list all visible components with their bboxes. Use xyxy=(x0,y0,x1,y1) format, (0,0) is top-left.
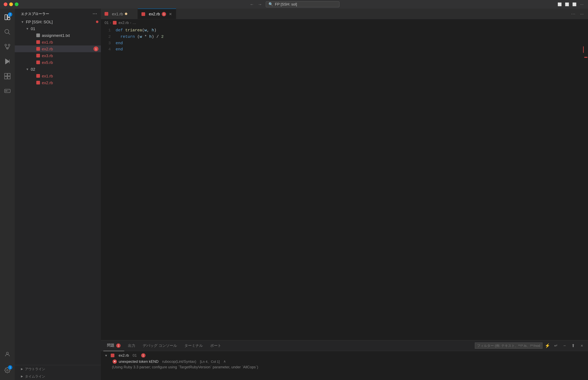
ports-label: ポート xyxy=(210,343,221,348)
rb-file-icon-01-ex5 xyxy=(36,60,41,65)
file-01-ex3[interactable]: ex3.rb xyxy=(15,52,101,59)
panel-expand-button[interactable]: ⬆ xyxy=(569,342,577,349)
breadcrumb-root: 01 xyxy=(104,20,109,25)
panel-actions: ⚡ ↵ − ⬆ × xyxy=(475,342,586,349)
activity-remote-explorer[interactable] xyxy=(0,84,15,98)
folder-02-label: 02 xyxy=(31,67,35,71)
txt-file-icon xyxy=(36,33,41,38)
minimize-button[interactable] xyxy=(9,2,13,6)
more-actions-button[interactable]: ··· xyxy=(578,10,586,18)
panel-tab-ports[interactable]: ポート xyxy=(206,340,225,351)
file-01-ex2[interactable]: ex2.rb 1 xyxy=(15,45,101,52)
collapse-icon[interactable]: − xyxy=(561,342,568,349)
activity-explorer[interactable]: 2 xyxy=(0,10,15,25)
code-line-3: end xyxy=(113,40,584,47)
file-02-ex2-label: ex2.rb xyxy=(42,80,98,85)
activity-extensions[interactable] xyxy=(0,69,15,84)
outline-section[interactable]: ▶ アウトライン xyxy=(15,365,101,373)
scrollbar-gutter[interactable] xyxy=(584,26,588,340)
activity-bottom: 1 xyxy=(0,347,15,380)
file-02-ex1[interactable]: ex1.rb xyxy=(15,73,101,79)
file-01-ex1-label: ex1.rb xyxy=(42,40,98,44)
sidebar-more-button[interactable]: ··· xyxy=(93,11,97,17)
folder-02-arrow: ▼ xyxy=(26,67,31,71)
code-line-4: end xyxy=(113,47,584,53)
tab-ex2[interactable]: ex2.rb 1 × xyxy=(138,9,176,19)
layout-icon-3[interactable]: ⬜ xyxy=(572,2,577,7)
error-scroll-mark xyxy=(584,57,588,58)
activity-search[interactable] xyxy=(0,25,15,39)
title-bar: ← → 🔍 FP [SSH: sol] ⬜ ⬜ ⬜ ⋯ xyxy=(0,0,588,9)
panel-error-row[interactable]: ✕ unexpected token kEND rubocop(Lint/Syn… xyxy=(104,359,584,365)
activity-settings[interactable]: 1 xyxy=(0,363,15,378)
nav-forward-button[interactable]: → xyxy=(257,1,263,7)
code-line-1: def triarea(w, h) xyxy=(113,27,584,34)
editor-area: ex1.rb ex2.rb 1 × ⋯ ··· 01 › ex2.rb › … xyxy=(101,9,588,380)
sidebar-header: エクスプローラー ··· xyxy=(15,9,101,18)
root-folder[interactable]: ▼ FP [SSH: SOL] xyxy=(15,19,101,25)
svg-point-17 xyxy=(6,352,8,354)
debug-label: デバッグ コンソール xyxy=(143,343,177,348)
tab-ex2-label: ex2.rb xyxy=(149,12,160,16)
file-01-ex2-label: ex2.rb xyxy=(42,47,94,51)
error-expand-button[interactable]: ∧ xyxy=(223,360,226,363)
timeline-label: タイムライン xyxy=(25,374,45,379)
panel-source-row[interactable]: ▼ ex2.rb 01 1 xyxy=(104,352,584,359)
panel-close-button[interactable]: × xyxy=(578,342,586,349)
error-icon: ✕ xyxy=(113,360,117,364)
svg-rect-13 xyxy=(8,76,10,79)
activity-account[interactable] xyxy=(0,347,15,361)
code-area[interactable]: def triarea(w, h) return (w * h) / 2 end… xyxy=(113,26,584,340)
breadcrumb-file: ex2.rb xyxy=(119,20,129,25)
folder-01[interactable]: ▼ 01 xyxy=(15,25,101,32)
svg-rect-2 xyxy=(8,18,10,20)
activity-source-control[interactable] xyxy=(0,39,15,54)
panel-tab-debug[interactable]: デバッグ コンソール xyxy=(139,340,181,351)
nav-arrows: ← → xyxy=(248,1,263,7)
split-editor-button[interactable]: ⋯ xyxy=(569,10,577,18)
panel-source-folder: 01 xyxy=(133,353,137,358)
file-01-ex5-label: ex5.rb xyxy=(42,60,98,65)
breadcrumb-sep-2: › xyxy=(130,20,131,25)
maximize-button[interactable] xyxy=(15,2,19,6)
svg-rect-11 xyxy=(8,74,10,76)
search-bar[interactable]: 🔍 FP [SSH: sol] xyxy=(266,1,340,7)
file-assignment1[interactable]: assignment1.txt xyxy=(15,32,101,39)
panel-tab-output[interactable]: 出力 xyxy=(124,340,139,351)
root-arrow: ▼ xyxy=(21,20,26,23)
file-02-ex2[interactable]: ex2.rb xyxy=(15,79,101,86)
activity-run[interactable] xyxy=(0,54,15,69)
panel-tab-problems[interactable]: 問題 1 xyxy=(103,340,124,351)
tab-ex2-close[interactable]: × xyxy=(168,12,173,17)
filter-input[interactable] xyxy=(475,342,543,349)
layout-icon-2[interactable]: ⬜ xyxy=(565,2,569,7)
layout-icon-4[interactable]: ⋯ xyxy=(579,2,584,7)
editor-content[interactable]: 1 2 3 4 def triarea(w, h) return (w * h)… xyxy=(101,26,588,340)
panel-source-badge: 1 xyxy=(141,353,145,358)
layout-icon-1[interactable]: ⬜ xyxy=(557,2,562,7)
panel-source-collapse[interactable]: ▼ xyxy=(104,354,108,357)
error-detail: rubocop(Lint/Syntax) xyxy=(162,360,196,364)
panel-tab-terminal[interactable]: ターミナル xyxy=(181,340,206,351)
nav-back-button[interactable]: ← xyxy=(248,1,255,7)
file-01-ex1[interactable]: ex1.rb xyxy=(15,39,101,45)
close-button[interactable] xyxy=(4,2,7,6)
tab-ex2-badge: 1 xyxy=(162,12,166,16)
svg-rect-10 xyxy=(5,74,7,76)
file-02-ex1-label: ex1.rb xyxy=(42,74,98,78)
file-01-ex5[interactable]: ex5.rb xyxy=(15,59,101,66)
timeline-section[interactable]: ▶ タイムライン xyxy=(15,373,101,380)
activity-bar: 2 1 xyxy=(0,9,15,380)
breadcrumb-symbol: … xyxy=(132,20,136,25)
wrap-icon[interactable]: ↵ xyxy=(552,342,560,349)
folder-02[interactable]: ▼ 02 xyxy=(15,66,101,73)
svg-point-6 xyxy=(8,44,10,46)
tab-ex1[interactable]: ex1.rb xyxy=(101,9,138,19)
search-text: FP [SSH: sol] xyxy=(275,2,297,6)
svg-point-3 xyxy=(5,30,9,34)
svg-marker-8 xyxy=(5,59,9,64)
folder-01-arrow: ▼ xyxy=(26,27,31,30)
filter-icon[interactable]: ⚡ xyxy=(544,342,551,349)
line-numbers: 1 2 3 4 xyxy=(101,26,113,340)
sidebar-bottom: ▶ アウトライン ▶ タイムライン xyxy=(15,365,101,380)
